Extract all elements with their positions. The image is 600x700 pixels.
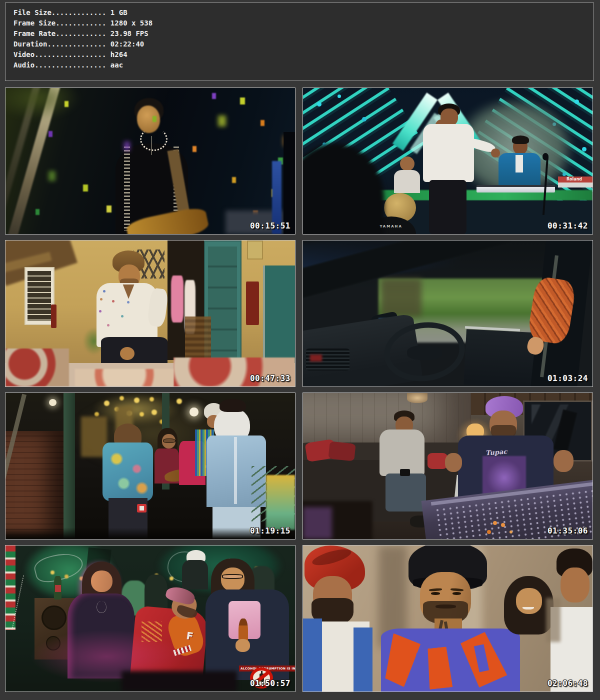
- mustache: [436, 604, 456, 608]
- screenshot-thumb-2: YAMAHA Roland 00:31:42: [302, 88, 593, 234]
- info-row-duration: Duration.............. 02:22:40: [14, 39, 594, 50]
- phone: [400, 469, 410, 476]
- timestamp-3: 00:47:33: [250, 374, 290, 383]
- car-door: [464, 329, 542, 387]
- singer-pants: [429, 180, 466, 234]
- timestamp-2: 00:31:42: [548, 221, 588, 230]
- screenshot-thumb-5: 01:19:15: [5, 392, 296, 540]
- pearl-necklace: [140, 128, 168, 151]
- screenshot-thumb-3: 00:47:33: [5, 240, 296, 387]
- screenshot-thumb-7: F ALCOHOL CONSUMPTION IS IN 01:50:57: [5, 545, 296, 692]
- media-info-panel: File Size............. 1 GB Frame Size..…: [5, 2, 594, 81]
- drummer-shirt: [394, 170, 420, 194]
- info-row-video: Video................. h264: [14, 50, 594, 60]
- confetti-blur: [6, 88, 8, 94]
- bed-blanket-left: [6, 348, 69, 386]
- wall-sconce: [407, 393, 428, 403]
- tshirt-text: Tupac: [485, 448, 507, 456]
- led-dots: [303, 88, 306, 90]
- colorful-fabric: [266, 475, 295, 530]
- wall-hanging: [246, 282, 259, 326]
- blue-vest: [303, 618, 322, 692]
- timestamp-7: 01:50:57: [250, 678, 290, 688]
- wall-pipe: [51, 304, 56, 328]
- timestamp-8: 02:06:48: [548, 678, 588, 688]
- woman-paisley-jacket: [102, 442, 153, 501]
- eyeglasses: [222, 574, 243, 579]
- smiling-woman-face: [516, 588, 542, 614]
- string-lights: [6, 393, 8, 396]
- screenshot-thumb-8: 02:06:48: [302, 545, 593, 692]
- woman-face: [91, 570, 112, 592]
- producer-hand: [445, 453, 462, 472]
- red-pillow: [328, 442, 356, 462]
- photo-frame: [247, 240, 263, 260]
- necklace: [96, 601, 106, 613]
- singer-hand: [491, 148, 500, 158]
- screenshot-thumb-6: Tupac 01:35:06: [302, 392, 593, 540]
- glasses-woman-face: [221, 568, 244, 591]
- shirt-doodles: [6, 240, 7, 242]
- singer-shirt: [423, 124, 474, 182]
- lantern: [49, 399, 56, 406]
- drum-brand-label: YAMAHA: [380, 224, 402, 228]
- blue-vest: [354, 628, 372, 692]
- green-post: [64, 393, 75, 539]
- hanging-clothes-pink: [171, 276, 183, 322]
- screenshot-thumb-4: 01:03:24: [302, 240, 593, 387]
- teal-door: [263, 266, 295, 372]
- eyes: [452, 592, 461, 594]
- man-hand: [120, 347, 134, 360]
- timestamp-4: 01:03:24: [548, 374, 588, 383]
- info-row-file-size: File Size............. 1 GB: [14, 8, 594, 18]
- timestamp-1: 00:15:51: [250, 221, 290, 230]
- jeans: [386, 474, 426, 512]
- brick-wall: [6, 431, 64, 539]
- tree-blur: [381, 278, 422, 316]
- glasses: [163, 438, 176, 443]
- console-leds: [303, 393, 305, 395]
- info-row-frame-rate: Frame Rate............ 23.98 FPS: [14, 28, 594, 39]
- info-row-audio: Audio................. aac: [14, 60, 594, 70]
- pendant-chain: [152, 136, 152, 155]
- screenshot-grid: 00:15:51 YAMAHA Roland: [5, 88, 595, 692]
- keyboard-brand-label: Roland: [566, 177, 582, 182]
- info-row-frame-size: Frame Size............ 1280 x 538: [14, 18, 594, 28]
- lantern: [190, 408, 199, 416]
- screenshot-thumb-1: 00:15:51: [5, 88, 296, 234]
- producer-hand: [554, 450, 574, 472]
- holding-hand: [236, 639, 250, 652]
- keyboard: [476, 185, 554, 192]
- far-right-man-face: [560, 568, 590, 602]
- timestamp-5: 01:19:15: [250, 526, 290, 536]
- timestamp-6: 01:35:06: [548, 526, 588, 536]
- eyes: [431, 592, 440, 594]
